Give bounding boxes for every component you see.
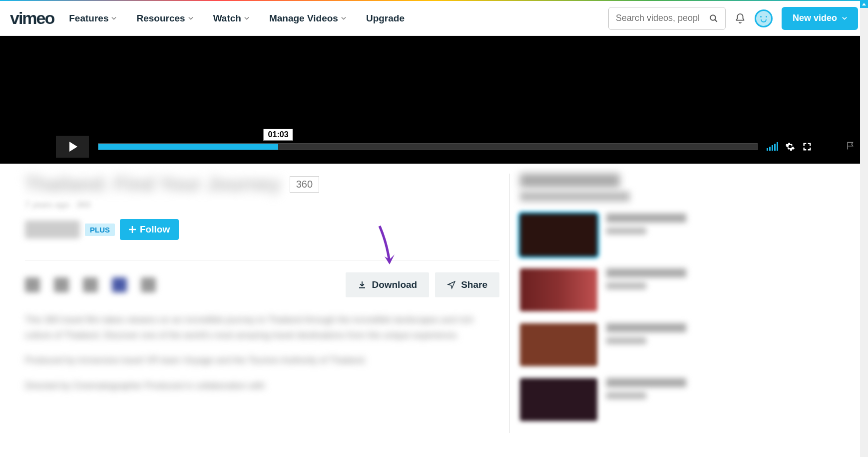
user-avatar[interactable] — [755, 9, 773, 27]
main-nav: Features Resources Watch Manage Videos U… — [69, 13, 608, 24]
nav-resources-label: Resources — [136, 13, 185, 24]
download-icon — [358, 280, 367, 289]
nav-watch-label: Watch — [213, 13, 241, 24]
sidebar-title — [520, 174, 620, 188]
main-header: vimeo Features Resources Watch Manage Vi… — [0, 1, 868, 36]
action-icons-blurred — [25, 277, 346, 292]
related-item[interactable] — [520, 378, 739, 421]
nav-manage-videos[interactable]: Manage Videos — [269, 13, 346, 24]
notifications-icon[interactable] — [735, 12, 746, 24]
vimeo-logo[interactable]: vimeo — [10, 8, 54, 28]
share-icon — [447, 280, 456, 289]
nav-upgrade-label: Upgrade — [366, 13, 405, 24]
time-tooltip: 01:03 — [264, 129, 293, 141]
settings-icon[interactable] — [785, 142, 795, 152]
download-button[interactable]: Download — [346, 272, 429, 297]
title-row: Thailand: Find Your Journey 360 — [25, 174, 499, 195]
actions-row: Download Share — [25, 260, 499, 297]
desc-p1: This 360 travel film takes viewers on an… — [25, 312, 499, 343]
nav-manage-videos-label: Manage Videos — [269, 13, 338, 24]
author-name[interactable] — [25, 221, 80, 238]
video-title: Thailand: Find Your Journey — [25, 174, 281, 195]
page-scrollbar[interactable] — [860, 0, 868, 453]
nav-watch[interactable]: Watch — [213, 13, 249, 24]
plus-badge: PLUS — [85, 224, 115, 236]
follow-button[interactable]: Follow — [120, 219, 179, 240]
action-buttons: Download Share — [346, 272, 499, 297]
related-thumbnail — [520, 268, 597, 311]
author-row: PLUS Follow — [25, 219, 499, 240]
related-sidebar — [509, 174, 739, 433]
report-flag-icon[interactable] — [846, 141, 855, 153]
fullscreen-icon[interactable] — [802, 142, 812, 152]
share-label: Share — [461, 279, 487, 290]
related-text — [606, 268, 686, 289]
video-player[interactable]: 01:03 — [0, 36, 868, 164]
video-description: This 360 travel film takes viewers on an… — [25, 312, 499, 393]
plus-icon — [129, 226, 136, 233]
content-area: Thailand: Find Your Journey 360 7 years … — [0, 164, 868, 453]
chevron-down-icon — [244, 16, 249, 21]
video-meta: 7 years ago · 360 — [25, 200, 499, 210]
related-thumbnail — [520, 323, 597, 366]
search-icon[interactable] — [709, 14, 718, 23]
search-box[interactable] — [608, 7, 726, 30]
new-video-label: New video — [793, 13, 837, 23]
progress-fill — [98, 144, 278, 150]
progress-bar[interactable]: 01:03 — [98, 143, 758, 150]
related-text — [606, 378, 686, 399]
related-item[interactable] — [520, 214, 739, 256]
play-icon — [69, 142, 77, 152]
chevron-down-icon — [188, 16, 193, 21]
sidebar-subtitle — [520, 192, 630, 202]
annotation-arrow-icon — [370, 224, 400, 268]
player-right-icons — [767, 142, 812, 152]
badge-360: 360 — [290, 176, 319, 193]
new-video-button[interactable]: New video — [782, 7, 858, 30]
related-text — [606, 323, 686, 344]
header-right: New video — [608, 7, 858, 30]
related-thumbnail — [520, 214, 597, 256]
nav-resources[interactable]: Resources — [136, 13, 193, 24]
chevron-down-icon — [842, 16, 847, 21]
follow-label: Follow — [140, 224, 170, 235]
main-column: Thailand: Find Your Journey 360 7 years … — [25, 174, 499, 433]
share-button[interactable]: Share — [435, 272, 499, 297]
related-item[interactable] — [520, 323, 739, 366]
volume-icon[interactable] — [767, 143, 778, 151]
related-thumbnail — [520, 378, 597, 421]
svg-line-1 — [715, 19, 717, 22]
nav-features[interactable]: Features — [69, 13, 116, 24]
play-button[interactable] — [56, 136, 89, 158]
chevron-down-icon — [111, 16, 116, 21]
related-text — [606, 214, 686, 234]
avatar-face-icon — [758, 13, 769, 24]
chevron-down-icon — [341, 16, 346, 21]
related-item[interactable] — [520, 268, 739, 311]
desc-p3: Directed by Cinematographer Produced in … — [25, 378, 499, 394]
search-input[interactable] — [616, 13, 709, 23]
nav-upgrade[interactable]: Upgrade — [366, 13, 405, 24]
svg-point-0 — [710, 15, 716, 20]
scroll-up-icon[interactable] — [860, 0, 868, 8]
nav-features-label: Features — [69, 13, 108, 24]
download-label: Download — [372, 279, 417, 290]
player-controls: 01:03 — [56, 136, 812, 158]
desc-p2: Produced by immersive travel VR team Voy… — [25, 353, 499, 368]
